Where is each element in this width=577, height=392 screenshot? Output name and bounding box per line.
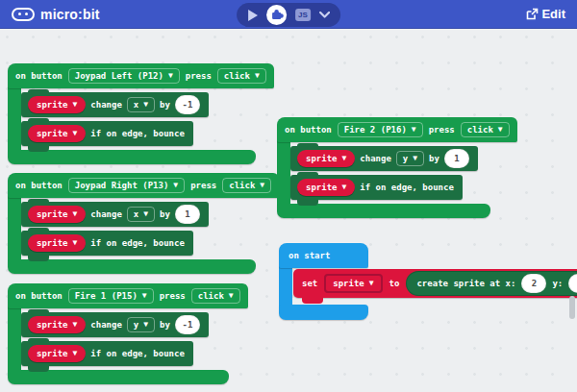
set-label: set	[302, 279, 317, 288]
bounce-label: if on edge, bounce	[360, 183, 454, 192]
y-value-input[interactable]: 4	[568, 274, 577, 293]
sprite-variable-dropdown[interactable]: sprite ▼	[28, 345, 86, 362]
sprite-variable-dropdown[interactable]: sprite ▼	[28, 206, 86, 223]
pin-dropdown[interactable]: Fire 1 (P15) ▼	[68, 288, 154, 304]
chevron-down-icon: ▼	[142, 292, 147, 300]
event-dropdown[interactable]: click ▼	[191, 288, 240, 304]
pin-value: Fire 2 (P16)	[344, 125, 407, 135]
press-label: press	[186, 71, 212, 81]
pin-dropdown[interactable]: Joypad Right (P13) ▼	[68, 178, 185, 193]
axis-dropdown[interactable]: y ▼	[396, 151, 424, 166]
chevron-down-icon: ▼	[498, 126, 503, 134]
sprite-change-block[interactable]: sprite ▼ change y ▼ by 1	[290, 146, 478, 171]
bounce-label: if on edge, bounce	[90, 129, 185, 138]
event-dropdown[interactable]: click ▼	[217, 68, 266, 84]
variable-name: sprite	[306, 154, 338, 163]
on-button-label: on button	[15, 181, 63, 190]
sprite-variable-dropdown[interactable]: sprite ▼	[28, 316, 86, 333]
pin-dropdown[interactable]: Fire 2 (P16) ▼	[338, 122, 423, 137]
chevron-down-icon: ▼	[73, 321, 78, 329]
by-label: by	[160, 209, 170, 219]
on-button-label: on button	[15, 71, 63, 81]
chevron-down-icon: ▼	[342, 184, 347, 191]
javascript-view-button[interactable]: JS	[295, 9, 311, 21]
block-spine	[277, 138, 290, 208]
pin-value: Fire 1 (P15)	[75, 291, 138, 301]
axis-dropdown[interactable]: x ▼	[127, 207, 155, 222]
on-button-label: on button	[15, 291, 63, 301]
block-spine	[8, 194, 21, 263]
sprite-variable-dropdown[interactable]: sprite ▼	[297, 179, 355, 196]
on-button-header[interactable]: on button Fire 1 (P15) ▼ press click ▼	[8, 283, 248, 308]
value-input[interactable]: 1	[444, 149, 469, 168]
value-input[interactable]: -1	[175, 95, 200, 114]
chevron-down-icon: ▼	[173, 182, 178, 189]
edit-button[interactable]: Edit	[526, 7, 565, 21]
block-bottom	[277, 204, 490, 218]
value-input[interactable]: -1	[175, 315, 200, 334]
blocks-workspace[interactable]: on button Joypad Left (P12) ▼ press clic…	[0, 29, 577, 392]
play-icon	[247, 10, 258, 21]
chevron-down-icon: ▼	[73, 350, 78, 357]
chevron-down-icon	[319, 12, 330, 18]
block-bottom	[279, 305, 368, 320]
variable-name: sprite	[37, 209, 68, 219]
chevron-down-icon: ▼	[412, 126, 416, 134]
chevron-down-icon: ▼	[143, 101, 148, 109]
chevron-down-icon: ▼	[369, 280, 374, 287]
chevron-down-icon: ▼	[342, 155, 347, 162]
sprite-bounce-block[interactable]: sprite ▼ if on edge, bounce	[21, 231, 193, 256]
chevron-down-icon: ▼	[143, 321, 148, 329]
on-button-header[interactable]: on button Fire 2 (P16) ▼ press click ▼	[277, 117, 517, 142]
axis-dropdown[interactable]: x ▼	[127, 97, 155, 112]
sprite-change-block[interactable]: sprite ▼ change x ▼ by -1	[21, 92, 209, 117]
variable-name: sprite	[37, 129, 68, 138]
sprite-change-block[interactable]: sprite ▼ change x ▼ by 1	[21, 202, 209, 227]
pin-dropdown[interactable]: Joypad Left (P12) ▼	[68, 68, 180, 84]
sprite-variable-dropdown[interactable]: sprite ▼	[28, 234, 86, 252]
chevron-down-icon: ▼	[73, 130, 78, 137]
bounce-label: if on edge, bounce	[90, 349, 185, 358]
sprite-bounce-block[interactable]: sprite ▼ if on edge, bounce	[290, 175, 463, 200]
sprite-change-block[interactable]: sprite ▼ change y ▼ by -1	[21, 312, 209, 337]
sprite-bounce-block[interactable]: sprite ▼ if on edge, bounce	[21, 121, 193, 146]
microbit-logo: micro:bit	[12, 7, 100, 22]
sprite-variable-dropdown[interactable]: sprite ▼	[28, 96, 86, 113]
chevron-down-icon: ▼	[73, 210, 78, 218]
axis-value: x	[134, 100, 138, 110]
press-label: press	[429, 125, 455, 135]
play-button[interactable]	[247, 10, 258, 21]
chevron-down-icon: ▼	[73, 239, 78, 247]
by-label: by	[429, 154, 439, 163]
create-sprite-block[interactable]: create sprite at x: 2 y: 4	[406, 271, 577, 296]
set-variable-block[interactable]: set sprite ▼ to create sprite at x: 2 y:…	[293, 269, 577, 298]
toolbar-menu-button[interactable]	[319, 12, 330, 18]
vertical-scrollbar-thumb[interactable]	[569, 296, 575, 319]
blocks-view-button[interactable]	[266, 5, 287, 25]
chevron-down-icon: ▼	[168, 72, 173, 80]
event-value: click	[198, 291, 224, 301]
on-button-label: on button	[285, 125, 332, 135]
on-button-header[interactable]: on button Joypad Right (P13) ▼ press cli…	[8, 173, 279, 198]
simulator-toolbar: JS	[237, 3, 340, 27]
sprite-variable-dropdown[interactable]: sprite ▼	[297, 150, 355, 167]
to-label: to	[389, 279, 400, 288]
event-value: click	[224, 71, 250, 81]
event-dropdown[interactable]: click ▼	[222, 178, 271, 193]
variable-name: sprite	[333, 279, 364, 288]
y-label: y:	[552, 279, 563, 288]
change-label: change	[90, 320, 122, 330]
sprite-variable-dropdown[interactable]: sprite ▼	[324, 274, 382, 293]
sprite-bounce-block[interactable]: sprite ▼ if on edge, bounce	[21, 341, 193, 366]
sprite-variable-dropdown[interactable]: sprite ▼	[28, 125, 86, 142]
axis-dropdown[interactable]: y ▼	[127, 317, 155, 332]
on-button-header[interactable]: on button Joypad Left (P12) ▼ press clic…	[8, 63, 274, 88]
x-value-input[interactable]: 2	[521, 274, 546, 293]
puzzle-blocks-icon	[270, 9, 284, 21]
change-label: change	[360, 154, 391, 163]
event-dropdown[interactable]: click ▼	[461, 122, 510, 137]
chevron-down-icon: ▼	[255, 72, 260, 80]
value-input[interactable]: 1	[175, 205, 200, 224]
by-label: by	[160, 100, 170, 110]
on-start-header[interactable]: on start	[279, 243, 368, 268]
